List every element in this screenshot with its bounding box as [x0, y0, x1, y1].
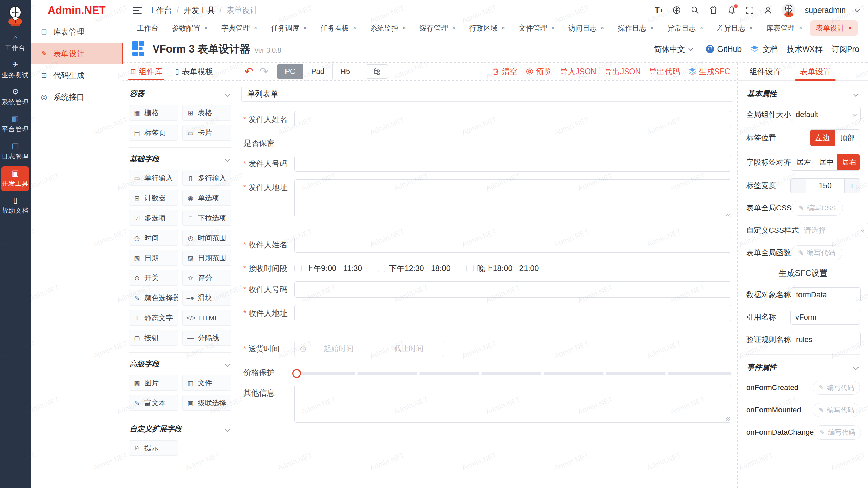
range-start-placeholder[interactable]: 起始时间	[309, 344, 368, 354]
preview-button[interactable]: 预览	[526, 66, 552, 77]
open-tab[interactable]: 操作日志×	[612, 20, 660, 36]
rail-item-platform-mgmt[interactable]: ▦ 平台管理	[1, 112, 29, 137]
slider-handle[interactable]	[292, 369, 301, 378]
username-label[interactable]: superadmin	[805, 6, 846, 15]
tab-close-icon[interactable]: ×	[353, 25, 356, 31]
palette-item-color-picker[interactable]: ✎颜色选择器	[129, 290, 178, 306]
delivery-time-range-picker[interactable]: ◷ 起始时间 - 截止时间	[294, 341, 444, 357]
chevron-down-icon[interactable]	[853, 365, 859, 370]
tab-close-icon[interactable]: ×	[650, 25, 654, 31]
palette-item-checkbox[interactable]: ☑多选项	[129, 210, 178, 226]
checkbox-icon[interactable]	[294, 265, 302, 272]
profile-icon[interactable]	[764, 6, 772, 15]
checkbox-evening[interactable]: 晚上18:00 - 21:00	[466, 263, 539, 274]
sender-name-input[interactable]	[294, 111, 731, 127]
device-pad-button[interactable]: Pad	[303, 64, 332, 79]
open-tab[interactable]: 文件管理×	[513, 20, 561, 36]
open-tab[interactable]: 字典管理×	[215, 20, 263, 36]
field-sender-name[interactable]: *发件人姓名	[243, 111, 731, 127]
field-price-protection[interactable]: 价格保护	[243, 364, 731, 378]
collapse-menu-icon[interactable]	[133, 7, 142, 14]
write-code-button[interactable]: ✎编写代码	[813, 403, 860, 417]
generate-sfc-button[interactable]: 生成SFC	[688, 66, 730, 77]
checkbox-morning[interactable]: 上午9:00 - 11:30	[294, 263, 362, 274]
custom-css-select[interactable]: 请选择	[799, 223, 868, 238]
range-end-placeholder[interactable]: 截止时间	[379, 344, 438, 354]
field-recipient-name[interactable]: *收件人姓名	[243, 237, 731, 253]
tab-close-icon[interactable]: ×	[600, 25, 604, 31]
tab-close-icon[interactable]: ×	[798, 25, 802, 31]
field-receive-slots[interactable]: *接收时间段 上午9:00 - 11:30 下午12:30 - 18:00 晚上…	[243, 260, 731, 274]
chevron-down-icon[interactable]	[225, 426, 230, 432]
rules-name-input[interactable]: rules	[791, 332, 861, 347]
label-position-left[interactable]: 左边	[810, 130, 835, 146]
stepper-minus-button[interactable]: −	[791, 179, 806, 193]
recipient-address-input[interactable]	[294, 305, 731, 321]
sidebar-item-code-gen[interactable]: ⊡ 代码生成	[31, 64, 123, 86]
palette-item-button[interactable]: ▢按钮	[129, 330, 178, 346]
field-recipient-address[interactable]: *收件人地址	[243, 305, 731, 321]
palette-item-rich-editor[interactable]: ✎富文本	[129, 395, 178, 411]
tab-close-icon[interactable]: ×	[254, 25, 257, 31]
sender-phone-input[interactable]	[294, 156, 731, 172]
device-pc-button[interactable]: PC	[277, 64, 303, 79]
import-json-button[interactable]: 导入JSON	[560, 66, 596, 77]
checkbox-icon[interactable]	[378, 265, 385, 272]
palette-item-alert[interactable]: ⚐提示	[129, 440, 178, 456]
palette-item-card[interactable]: ▭卡片	[182, 125, 232, 141]
clear-button[interactable]: 清空	[492, 66, 517, 77]
chevron-down-icon[interactable]	[853, 91, 859, 97]
align-right[interactable]: 居右	[837, 154, 860, 170]
redo-icon[interactable]: ↷	[259, 66, 268, 77]
palette-item-file[interactable]: ▥文件	[182, 375, 232, 391]
field-sender-address[interactable]: *发件人地址	[243, 179, 731, 217]
checkbox-afternoon[interactable]: 下午12:30 - 18:00	[378, 263, 451, 274]
write-css-button[interactable]: ✎编写CSS	[791, 201, 843, 216]
open-tab[interactable]: 异常日志×	[661, 20, 709, 36]
chevron-down-icon[interactable]	[225, 156, 230, 162]
palette-item-number[interactable]: ⊟计数器	[129, 190, 178, 206]
stepper-plus-button[interactable]: +	[845, 179, 860, 193]
checkbox-icon[interactable]	[466, 265, 474, 272]
tab-form-settings[interactable]: 表单设置	[797, 63, 834, 80]
palette-item-slider[interactable]: –●滑块	[182, 290, 232, 306]
open-tab[interactable]: 缓存管理×	[414, 20, 462, 36]
tab-close-icon[interactable]: ×	[303, 25, 307, 31]
open-tab[interactable]: 任务看板×	[314, 20, 362, 36]
palette-item-date[interactable]: ▧日期	[129, 250, 178, 266]
palette-item-cascader[interactable]: ▣级联选择	[182, 395, 232, 411]
palette-item-radio[interactable]: ◉单选项	[182, 190, 232, 206]
open-tab[interactable]: 任务调度×	[265, 20, 313, 36]
github-link[interactable]: GitHub	[706, 45, 742, 54]
recipient-name-input[interactable]	[294, 237, 731, 253]
tab-component-library[interactable]: ⊞ 组件库	[128, 63, 164, 80]
open-tab-form-design-active[interactable]: 表单设计×	[810, 20, 858, 36]
sidebar-item-form-design[interactable]: ✎ 表单设计	[31, 43, 123, 64]
palette-item-input[interactable]: ▭单行输入	[129, 170, 178, 186]
palette-item-time-range[interactable]: ◴时间范围	[182, 230, 232, 246]
palette-item-table[interactable]: ⊞表格	[182, 105, 232, 121]
tab-close-icon[interactable]: ×	[501, 25, 505, 31]
palette-item-divider[interactable]: —分隔线	[182, 330, 232, 346]
palette-item-rate[interactable]: ☆评分	[182, 270, 232, 286]
write-code-button[interactable]: ✎编写代码	[814, 425, 861, 440]
notification-bell-icon[interactable]	[727, 6, 736, 15]
sidebar-item-db-tables[interactable]: ⊟ 库表管理	[31, 21, 123, 43]
open-tab[interactable]: 差异日志×	[711, 20, 759, 36]
field-is-secret[interactable]: 是否保密	[243, 135, 731, 148]
wechat-group-link[interactable]: 技术WX群	[787, 44, 823, 55]
docs-link[interactable]: 文档	[750, 44, 778, 55]
data-object-name-input[interactable]: formData	[791, 287, 861, 302]
open-tab[interactable]: 系统监控×	[364, 20, 412, 36]
global-size-select[interactable]: default	[791, 107, 861, 122]
language-icon[interactable]	[672, 6, 681, 15]
open-tab[interactable]: 库表管理×	[760, 20, 808, 36]
open-tab-workbench[interactable]: 工作台	[131, 20, 164, 36]
palette-item-html[interactable]: </>HTML	[182, 310, 232, 326]
tab-component-settings[interactable]: 组件设置	[747, 63, 784, 80]
sender-address-textarea[interactable]	[294, 179, 731, 217]
field-other-info[interactable]: 其他信息	[243, 385, 731, 423]
open-tab[interactable]: 访问日志×	[562, 20, 610, 36]
palette-item-select[interactable]: ≡下拉选项	[182, 210, 232, 226]
write-code-button[interactable]: ✎编写代码	[813, 381, 860, 395]
